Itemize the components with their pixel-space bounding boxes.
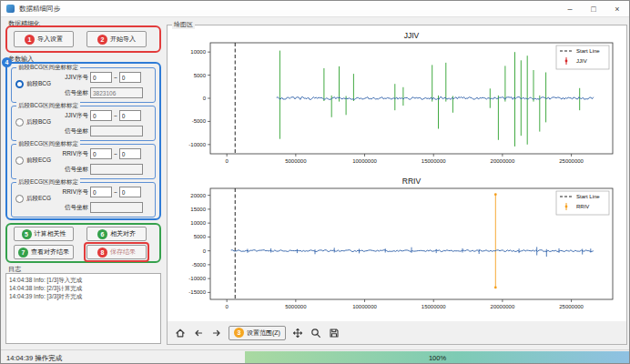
svg-text:5000000: 5000000	[285, 304, 307, 309]
tilde-separator: ~	[114, 113, 117, 119]
step-8-badge: 8	[97, 248, 107, 258]
seq-from-input[interactable]	[90, 187, 112, 197]
calc-correlation-button[interactable]: 5 计算相关性	[14, 227, 74, 241]
log-box: 14:04:38 Info: [1/3]导入完成 14:04:38 Info: …	[5, 273, 161, 344]
plot-toolbar: 3 设置范围(Z)	[168, 321, 626, 344]
param-section-title: 后段ECG区间坐标标定	[16, 178, 80, 187]
calc-correlation-label: 计算相关性	[35, 229, 66, 238]
titlebar: 数据精细同步 – □ ×	[1, 1, 629, 17]
radio-rear-ecg-label: 后段ECG	[26, 195, 51, 203]
svg-text:-5000: -5000	[192, 118, 207, 124]
set-range-label: 设置范围(Z)	[247, 329, 280, 338]
svg-text:-10000: -10000	[188, 142, 206, 147]
log-line: 14:04:38 Info: [1/3]导入完成	[9, 276, 158, 284]
svg-text:-5000: -5000	[192, 262, 207, 268]
close-button[interactable]: ×	[605, 1, 629, 16]
progress-bar: 100%	[245, 351, 630, 364]
correlation-align-button[interactable]: 6 相关对齐	[86, 227, 147, 241]
maximize-button[interactable]: □	[582, 1, 605, 16]
param-section-rear-bcg: 后段BCG区间坐标标定 后段BCG JJIV序号 ~ 信号坐标	[11, 106, 156, 141]
svg-text:5000000: 5000000	[285, 158, 307, 164]
zoom-icon[interactable]	[310, 327, 322, 339]
param-section-title: 后段BCG区间坐标标定	[16, 102, 80, 110]
svg-text:25000000: 25000000	[559, 304, 584, 309]
jjiv-chart[interactable]: JJIV-10000-50000500010000050000001000000…	[174, 28, 622, 168]
save-icon[interactable]	[328, 327, 340, 339]
status-message: 14:04:39 操作完成	[6, 354, 62, 363]
param-section-title: 前段ECG区间坐标标定	[16, 140, 80, 148]
minimize-button[interactable]: –	[558, 1, 582, 16]
param-section-rear-ecg: 后段ECG区间坐标标定 后段ECG RRIV序号 ~ 信号坐标	[11, 182, 156, 217]
svg-text:10000000: 10000000	[352, 304, 377, 309]
save-result-label: 保存结果	[110, 248, 136, 257]
forward-icon[interactable]	[210, 327, 223, 339]
progress-percent: 100%	[429, 354, 446, 362]
svg-text:25000000: 25000000	[559, 158, 584, 164]
import-group-label: 数据精细化	[8, 19, 40, 28]
view-align-result-button[interactable]: 7 查看对齐结果	[14, 245, 74, 259]
tilde-separator: ~	[114, 151, 117, 157]
seq-to-input[interactable]	[119, 72, 141, 83]
import-settings-button[interactable]: 1 导入设置	[14, 31, 74, 47]
radio-rear-bcg[interactable]	[15, 118, 24, 126]
coord-input[interactable]	[90, 87, 143, 98]
start-import-button[interactable]: 2 开始导入	[86, 31, 147, 47]
radio-rear-ecg[interactable]	[15, 195, 24, 203]
radio-front-bcg[interactable]	[15, 80, 24, 88]
svg-text:10000: 10000	[190, 220, 206, 226]
save-result-button[interactable]: 8 保存结果	[86, 245, 147, 259]
seq-label: RRIV序号	[59, 188, 88, 197]
svg-text:20000: 20000	[190, 193, 206, 198]
pan-icon[interactable]	[291, 327, 304, 339]
log-line: 14:04:38 Info: [2/3]计算完成	[9, 284, 158, 292]
seq-label: JJIV序号	[59, 112, 88, 120]
step-7-badge: 7	[18, 248, 28, 258]
svg-text:Start Line: Start Line	[576, 194, 600, 199]
seq-from-input[interactable]	[90, 72, 112, 83]
correlation-align-label: 相关对齐	[110, 229, 136, 238]
home-icon[interactable]	[174, 327, 187, 339]
radio-front-ecg-label: 前段ECG	[26, 157, 51, 165]
svg-text:RRIV: RRIV	[402, 177, 422, 186]
coord-label: 信号坐标	[59, 127, 88, 136]
coord-input[interactable]	[90, 126, 143, 136]
back-icon[interactable]	[192, 327, 205, 339]
svg-text:0: 0	[225, 158, 229, 164]
step-1-badge: 1	[25, 35, 35, 45]
rriv-chart[interactable]: RRIV-15000-10000-50000500010000150002000…	[174, 174, 622, 314]
app-icon	[6, 5, 15, 13]
coord-label: 信号坐标	[59, 89, 88, 97]
svg-text:20000000: 20000000	[491, 304, 515, 309]
svg-text:15000: 15000	[190, 207, 206, 212]
step-4-badge: 4	[2, 57, 12, 67]
statusbar: 14:04:39 操作完成 100%	[1, 349, 630, 364]
params-box: 前段BCG区间坐标标定 前段BCG JJIV序号 ~ 信号坐标 后段BCG区间坐…	[5, 62, 161, 220]
coord-input[interactable]	[90, 164, 143, 175]
app-window: 数据精细同步 – □ × 数据精细化 1 导入设置 2 开始导入 参数输入 4 …	[0, 0, 630, 364]
coord-label: 信号坐标	[59, 204, 88, 212]
svg-text:10000000: 10000000	[352, 158, 377, 164]
window-title: 数据精细同步	[19, 5, 60, 14]
svg-text:10000: 10000	[190, 49, 206, 55]
step-5-badge: 5	[22, 229, 32, 239]
seq-to-input[interactable]	[119, 187, 141, 197]
seq-to-input[interactable]	[119, 110, 141, 121]
svg-text:Start Line: Start Line	[576, 48, 600, 54]
svg-text:0: 0	[225, 304, 229, 309]
radio-front-ecg[interactable]	[15, 157, 24, 165]
param-section-front-bcg: 前段BCG区间坐标标定 前段BCG JJIV序号 ~ 信号坐标	[11, 67, 156, 103]
svg-text:JJIV: JJIV	[576, 58, 587, 64]
seq-label: RRIV序号	[59, 150, 88, 158]
svg-text:JJIV: JJIV	[404, 31, 420, 40]
tilde-separator: ~	[114, 189, 117, 196]
svg-text:15000000: 15000000	[422, 304, 446, 309]
seq-to-input[interactable]	[119, 148, 141, 159]
step-3-badge: 3	[234, 328, 244, 338]
seq-from-input[interactable]	[90, 110, 112, 121]
seq-from-input[interactable]	[90, 148, 112, 159]
set-range-button[interactable]: 3 设置范围(Z)	[229, 326, 286, 340]
svg-text:RRIV: RRIV	[576, 204, 589, 209]
coord-input[interactable]	[90, 202, 143, 213]
svg-text:5000: 5000	[194, 234, 207, 239]
seq-label: JJIV序号	[59, 74, 88, 82]
